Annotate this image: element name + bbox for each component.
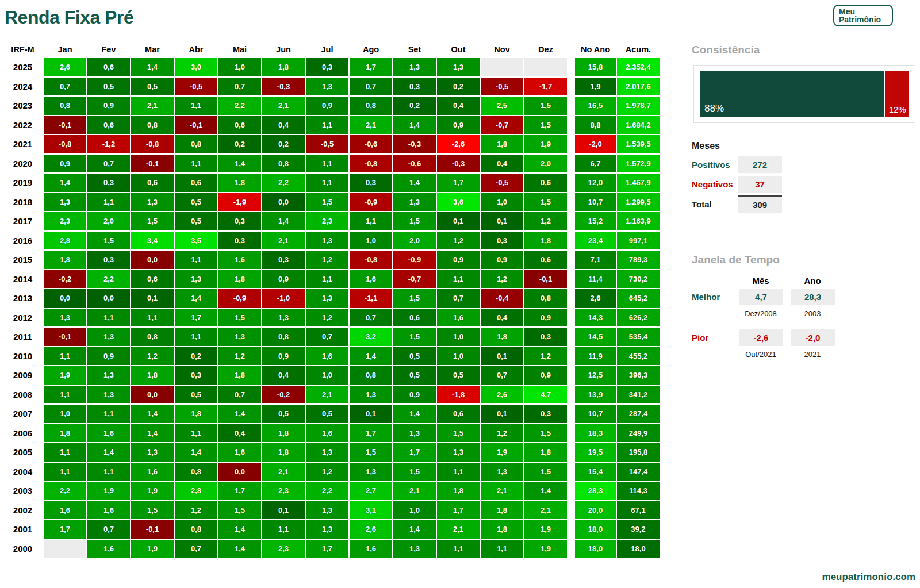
year-label: 2022 [3, 116, 43, 134]
month-return-cell: 2,0 [524, 155, 567, 173]
column-spacer [568, 289, 574, 308]
month-return-cell: 2,1 [481, 482, 523, 500]
janela-de-tempo: Janela de Tempo Mês Ano Melhor 4,7 28,3 … [692, 253, 834, 362]
empty-month-cell [524, 58, 567, 76]
year-label: 2023 [3, 97, 43, 115]
month-return-cell: 1,1 [175, 97, 217, 115]
month-return-cell: 1,8 [481, 328, 523, 346]
month-return-cell: 1,3 [393, 58, 436, 76]
month-return-cell: 0,8 [44, 97, 86, 115]
no-ano-cell: 18,3 [575, 424, 616, 443]
month-return-cell: 0,8 [131, 328, 174, 346]
column-spacer [568, 116, 574, 134]
year-label: 2020 [3, 155, 43, 173]
month-return-cell: 3,2 [350, 328, 392, 346]
pior-mes-sublabel: Out/2021 [739, 350, 783, 359]
month-return-cell: 0,6 [131, 270, 174, 289]
month-return-cell: 1,3 [44, 193, 86, 212]
no-ano-cell: 15,8 [575, 58, 616, 76]
year-label: 2013 [3, 289, 43, 308]
month-column-header: Fev [87, 42, 130, 57]
month-return-cell: 0,9 [44, 155, 86, 173]
month-return-cell: 0,6 [218, 116, 261, 134]
month-return-cell: 1,5 [131, 212, 174, 230]
month-return-cell: 1,4 [131, 405, 174, 423]
month-return-cell: 1,1 [481, 540, 523, 558]
month-return-cell: 1,2 [481, 424, 523, 443]
month-return-cell: 1,3 [306, 232, 348, 250]
no-ano-cell: 20,0 [575, 501, 616, 520]
month-return-cell: 2,3 [306, 212, 348, 230]
month-return-cell: 0,5 [87, 78, 130, 96]
month-return-cell: 1,2 [524, 212, 567, 230]
month-return-cell: 1,9 [524, 520, 567, 539]
month-return-cell: 1,6 [306, 424, 348, 443]
month-return-cell: 0,6 [87, 58, 130, 76]
month-return-cell: 0,9 [87, 97, 130, 115]
month-return-cell: 1,5 [393, 328, 436, 346]
year-label: 2012 [3, 309, 43, 327]
month-return-cell: 1,3 [437, 58, 480, 76]
month-return-cell: 1,3 [350, 463, 392, 481]
month-return-cell: 1,5 [218, 501, 261, 520]
month-return-cell: -1,1 [350, 289, 392, 308]
month-return-cell: 1,4 [393, 520, 436, 539]
month-return-cell: 1,0 [350, 232, 392, 250]
month-return-cell: -2,6 [437, 135, 480, 153]
meses-summary: Meses Positivos 272 Negativos 37 Total 3… [692, 141, 807, 216]
empty-month-cell [481, 58, 523, 76]
month-return-cell: 1,8 [218, 174, 261, 192]
janela-grid: Mês Ano Melhor 4,7 28,3 Dez/2008 2003 Pi… [692, 273, 834, 362]
month-return-cell: 1,1 [44, 386, 86, 404]
month-return-cell: 2,8 [44, 232, 86, 250]
month-return-cell: 1,3 [175, 270, 217, 289]
no-ano-cell: 1,9 [575, 78, 616, 96]
month-return-cell: 0,6 [87, 116, 130, 134]
month-return-cell: 0,3 [218, 212, 261, 230]
month-column-header: Jul [306, 42, 348, 57]
month-return-cell: 1,3 [262, 309, 305, 327]
melhor-ano-value: 28,3 [791, 289, 835, 305]
year-label: 2002 [3, 501, 43, 520]
month-return-cell: 1,5 [524, 193, 567, 212]
year-label: 2021 [3, 135, 43, 153]
month-return-cell: 0,0 [262, 193, 305, 212]
month-return-cell: 0,3 [218, 232, 261, 250]
month-return-cell: 2,1 [262, 232, 305, 250]
month-return-cell: 0,5 [393, 366, 436, 385]
month-return-cell: 0,2 [393, 97, 436, 115]
month-return-cell: 1,8 [481, 501, 523, 520]
month-return-cell: 0,3 [262, 251, 305, 269]
month-return-cell: 1,7 [350, 424, 392, 443]
acum-cell: 626,2 [617, 309, 660, 327]
month-return-cell: 2,3 [44, 212, 86, 230]
month-return-cell: 1,3 [44, 309, 86, 327]
month-return-cell: 0,4 [262, 366, 305, 385]
year-label: 2001 [3, 520, 43, 539]
footer-site-link[interactable]: meupatrimonio.com [822, 571, 915, 583]
no-ano-cell: 19,5 [575, 443, 616, 462]
month-return-cell: 1,4 [131, 424, 174, 443]
month-return-cell: 1,3 [306, 443, 348, 462]
month-return-cell: 0,5 [175, 386, 217, 404]
month-return-cell: 1,2 [175, 501, 217, 520]
month-return-cell: 0,2 [218, 135, 261, 153]
column-spacer [568, 58, 574, 76]
month-return-cell: 1,4 [87, 443, 130, 462]
column-spacer [568, 78, 574, 96]
month-return-cell: 0,6 [524, 251, 567, 269]
month-return-cell: 0,9 [262, 347, 305, 366]
month-return-cell: 1,8 [481, 520, 523, 539]
month-return-cell: 0,7 [175, 540, 217, 558]
column-spacer [568, 97, 574, 115]
month-return-cell: 1,7 [350, 58, 392, 76]
month-return-cell: 1,6 [87, 540, 130, 558]
month-return-cell: 0,9 [262, 270, 305, 289]
acum-cell: 997,1 [617, 232, 660, 250]
month-return-cell: 1,5 [524, 424, 567, 443]
month-column-header: Dez [524, 42, 567, 57]
acum-cell: 195,8 [617, 443, 660, 462]
month-return-cell: 1,4 [218, 520, 261, 539]
month-return-cell: 0,0 [131, 386, 174, 404]
month-return-cell: 0,3 [350, 174, 392, 192]
